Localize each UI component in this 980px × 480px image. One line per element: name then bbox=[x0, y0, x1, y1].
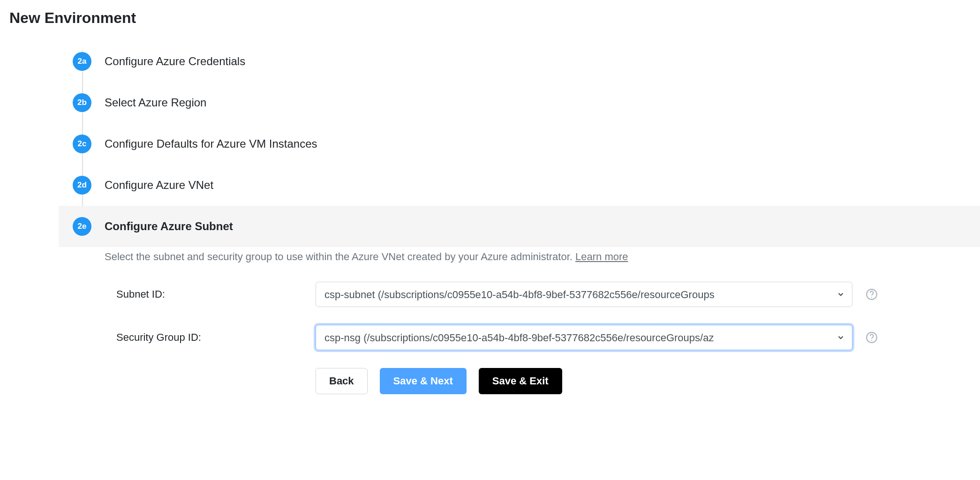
save-exit-button[interactable]: Save & Exit bbox=[479, 368, 562, 394]
step-2c[interactable]: 2c Configure Defaults for Azure VM Insta… bbox=[66, 123, 980, 165]
help-icon[interactable] bbox=[866, 288, 878, 300]
subnet-id-select[interactable]: csp-subnet (/subscriptions/c0955e10-a54b… bbox=[316, 282, 852, 307]
step-badge-2d: 2d bbox=[73, 176, 91, 195]
step-list: 2a Configure Azure Credentials 2b Select… bbox=[66, 41, 980, 247]
learn-more-link[interactable]: Learn more bbox=[575, 251, 628, 262]
subnet-id-label: Subnet ID: bbox=[105, 288, 316, 300]
subnet-row: Subnet ID: csp-subnet (/subscriptions/c0… bbox=[105, 282, 980, 307]
step-label-2d: Configure Azure VNet bbox=[105, 179, 213, 192]
step-2d[interactable]: 2d Configure Azure VNet bbox=[66, 165, 980, 206]
step-2a[interactable]: 2a Configure Azure Credentials bbox=[66, 41, 980, 82]
security-group-row: Security Group ID: csp-nsg (/subscriptio… bbox=[105, 325, 980, 350]
security-group-id-label: Security Group ID: bbox=[105, 331, 316, 344]
back-button[interactable]: Back bbox=[316, 368, 368, 394]
step-description: Select the subnet and security group to … bbox=[105, 251, 980, 263]
subnet-select-wrap: csp-subnet (/subscriptions/c0955e10-a54b… bbox=[316, 282, 852, 307]
page-title: New Environment bbox=[9, 9, 980, 27]
step-label-2a: Configure Azure Credentials bbox=[105, 55, 245, 68]
step-label-2e: Configure Azure Subnet bbox=[105, 220, 233, 233]
step-badge-2c: 2c bbox=[73, 135, 91, 153]
security-group-select-wrap: csp-nsg (/subscriptions/c0955e10-a54b-4b… bbox=[316, 325, 852, 350]
step-description-text: Select the subnet and security group to … bbox=[105, 251, 575, 262]
active-step-content: Select the subnet and security group to … bbox=[105, 251, 980, 394]
step-2b[interactable]: 2b Select Azure Region bbox=[66, 82, 980, 123]
wizard: 2a Configure Azure Credentials 2b Select… bbox=[66, 41, 980, 394]
button-row: Back Save & Next Save & Exit bbox=[316, 368, 980, 394]
step-badge-2b: 2b bbox=[73, 93, 91, 112]
step-label-2c: Configure Defaults for Azure VM Instance… bbox=[105, 137, 317, 150]
security-group-id-select[interactable]: csp-nsg (/subscriptions/c0955e10-a54b-4b… bbox=[316, 325, 852, 350]
step-2e-active[interactable]: 2e Configure Azure Subnet bbox=[59, 206, 980, 247]
step-badge-2a: 2a bbox=[73, 52, 91, 71]
step-badge-2e: 2e bbox=[73, 217, 91, 236]
save-next-button[interactable]: Save & Next bbox=[380, 368, 467, 394]
help-icon[interactable] bbox=[866, 331, 878, 344]
step-label-2b: Select Azure Region bbox=[105, 96, 206, 109]
